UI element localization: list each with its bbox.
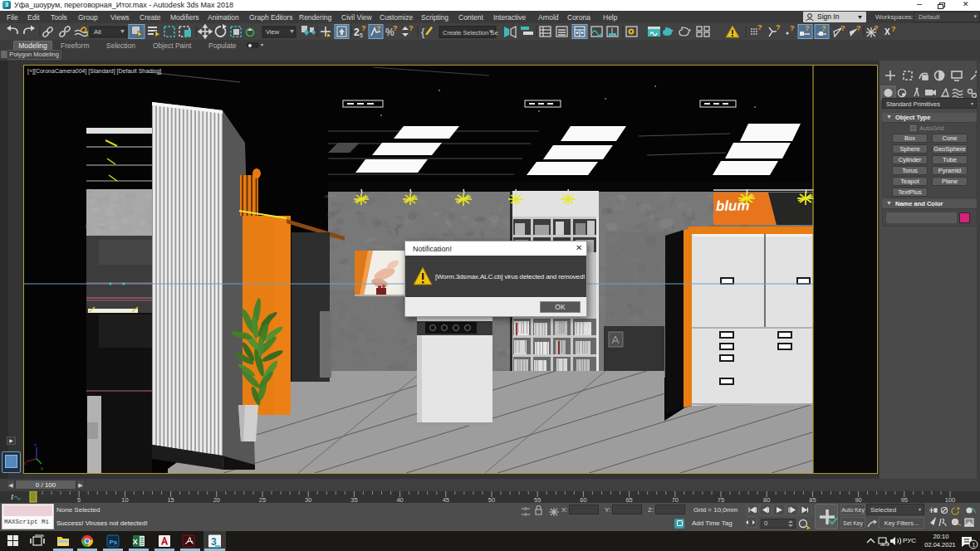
svg-text:?: ? — [757, 23, 762, 32]
svg-text:Create Selection Se: Create Selection Se — [443, 29, 498, 37]
svg-text:35: 35 — [350, 496, 357, 504]
svg-text:65: 65 — [625, 496, 632, 504]
svg-text:95: 95 — [901, 496, 908, 504]
svg-text:?: ? — [856, 24, 861, 32]
svg-text:30: 30 — [305, 496, 311, 504]
svg-text:55: 55 — [534, 496, 541, 504]
svg-text:5: 5 — [360, 32, 363, 38]
svg-text:15: 15 — [167, 496, 174, 504]
svg-text:x: x — [24, 461, 27, 466]
svg-text:75: 75 — [718, 496, 724, 504]
svg-text:20: 20 — [213, 496, 220, 504]
svg-text:?: ? — [409, 24, 414, 32]
svg-text:100: 100 — [945, 496, 956, 504]
svg-text:View: View — [266, 28, 280, 36]
svg-text:80: 80 — [763, 496, 770, 504]
svg-text:X: X — [884, 27, 890, 37]
svg-text:?: ? — [361, 24, 366, 32]
svg-text:1: 1 — [973, 542, 976, 548]
svg-text:y: y — [41, 466, 43, 471]
svg-text:?: ? — [891, 25, 896, 33]
svg-text:5: 5 — [77, 496, 81, 504]
svg-text:70: 70 — [672, 496, 679, 504]
svg-text:X: X — [133, 537, 139, 546]
svg-text:Ps: Ps — [110, 539, 118, 546]
svg-text:?: ? — [393, 24, 398, 32]
svg-text:2: 2 — [354, 27, 360, 38]
svg-text:?: ? — [874, 24, 879, 32]
svg-text:10: 10 — [121, 496, 128, 504]
svg-text:?: ? — [790, 24, 795, 32]
svg-text:45: 45 — [443, 496, 449, 504]
svg-text:60: 60 — [580, 496, 586, 504]
svg-text:90: 90 — [855, 496, 861, 504]
svg-text:40: 40 — [396, 496, 403, 504]
svg-text:25: 25 — [259, 496, 266, 504]
svg-text:z: z — [34, 442, 37, 447]
svg-text:{: { — [421, 26, 425, 38]
svg-text:All: All — [94, 28, 101, 36]
svg-text:85: 85 — [809, 496, 816, 504]
svg-text:50: 50 — [488, 496, 495, 504]
svg-text:?: ? — [821, 24, 826, 32]
svg-text:?: ? — [840, 24, 845, 32]
svg-text:?: ? — [805, 24, 810, 32]
svg-text:?: ? — [776, 23, 781, 32]
svg-text:?: ? — [376, 24, 381, 32]
